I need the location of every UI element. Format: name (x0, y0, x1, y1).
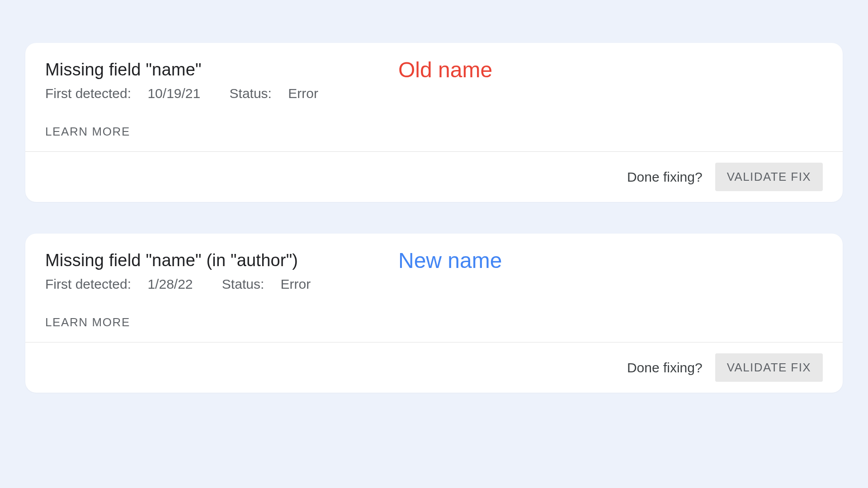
first-detected: First detected: 1/28/22 (45, 277, 209, 291)
validate-fix-button[interactable]: VALIDATE FIX (715, 353, 823, 382)
first-detected-value: 10/19/21 (147, 86, 200, 101)
status-value: Error (281, 277, 311, 291)
issue-card-new: Missing field "name" (in "author") First… (25, 234, 843, 393)
first-detected-value: 1/28/22 (147, 277, 193, 291)
card-footer: Done fixing? VALIDATE FIX (25, 342, 843, 393)
done-fixing-text: Done fixing? (627, 169, 703, 185)
first-detected-label: First detected: (45, 277, 131, 291)
annotation-new-name: New name (398, 248, 502, 273)
issue-meta: First detected: 10/19/21 Status: Error (45, 86, 823, 101)
card-body: Missing field "name" (in "author") First… (25, 234, 843, 342)
first-detected-label: First detected: (45, 86, 131, 101)
validate-fix-button[interactable]: VALIDATE FIX (715, 163, 823, 191)
status: Status: Error (230, 86, 331, 101)
learn-more-link[interactable]: LEARN MORE (45, 125, 130, 139)
status: Status: Error (222, 277, 323, 291)
status-label: Status: (230, 86, 272, 101)
first-detected: First detected: 10/19/21 (45, 86, 217, 101)
card-footer: Done fixing? VALIDATE FIX (25, 151, 843, 202)
status-label: Status: (222, 277, 264, 291)
card-body: Missing field "name" First detected: 10/… (25, 43, 843, 151)
issue-card-old: Missing field "name" First detected: 10/… (25, 43, 843, 202)
annotation-old-name: Old name (398, 57, 492, 82)
done-fixing-text: Done fixing? (627, 360, 703, 375)
issue-meta: First detected: 1/28/22 Status: Error (45, 277, 823, 292)
learn-more-link[interactable]: LEARN MORE (45, 315, 130, 329)
status-value: Error (288, 86, 318, 101)
